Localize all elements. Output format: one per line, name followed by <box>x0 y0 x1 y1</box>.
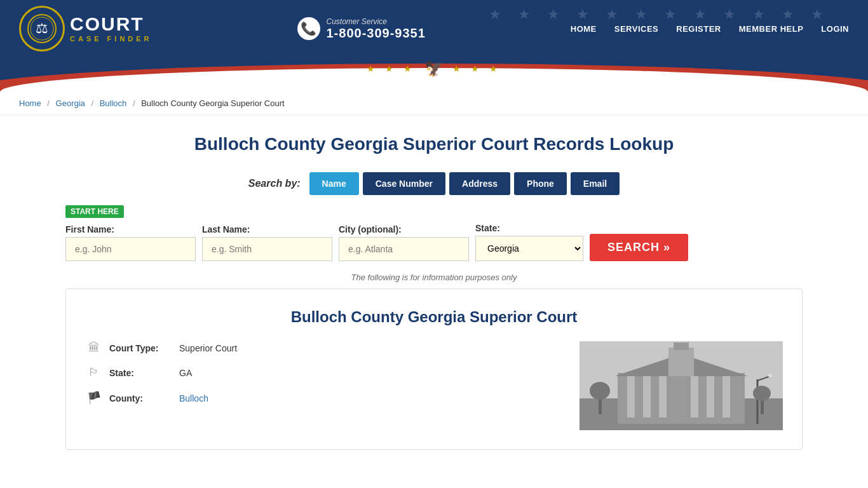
banner-wave: ★ ★ ★ 🦅 ★ ★ ★ <box>0 57 868 92</box>
breadcrumb: Home / Georgia / Bulloch / Bulloch Count… <box>0 92 868 115</box>
search-by-label: Search by: <box>248 178 301 189</box>
state-detail-label: State: <box>109 368 173 378</box>
start-here-badge: START HERE <box>65 205 124 218</box>
breadcrumb-georgia[interactable]: Georgia <box>56 98 85 108</box>
svg-rect-15 <box>674 342 689 350</box>
search-button[interactable]: SEARCH » <box>590 234 688 261</box>
court-card-title: Bulloch County Georgia Superior Court <box>85 308 783 326</box>
main-content: Bulloch County Georgia Superior Court Re… <box>53 115 815 469</box>
court-type-label: Court Type: <box>109 343 173 353</box>
court-type-value: Superior Court <box>179 343 237 353</box>
logo-emblem: ⚖ <box>19 6 65 51</box>
first-name-input[interactable] <box>65 237 196 261</box>
nav-services[interactable]: SERVICES <box>614 24 659 34</box>
breadcrumb-home[interactable]: Home <box>19 98 41 108</box>
svg-point-22 <box>753 386 771 401</box>
logo-case-finder-label: CASE FINDER <box>70 35 153 43</box>
eagle-container: ★ ★ ★ 🦅 ★ ★ ★ <box>367 60 501 78</box>
court-image <box>580 341 783 430</box>
tab-case-number[interactable]: Case Number <box>363 172 445 195</box>
svg-point-18 <box>768 374 772 377</box>
svg-rect-14 <box>668 348 694 376</box>
svg-rect-11 <box>707 376 714 417</box>
breadcrumb-current: Bulloch County Georgia Superior Court <box>141 98 284 108</box>
cs-label: Customer Service <box>327 17 426 26</box>
county-value[interactable]: Bulloch <box>179 393 208 403</box>
state-detail-value: GA <box>179 368 192 378</box>
state-label: State: <box>475 223 583 233</box>
breadcrumb-bulloch[interactable]: Bulloch <box>100 98 127 108</box>
nav-home[interactable]: HOME <box>571 24 597 34</box>
last-name-input[interactable] <box>202 237 332 261</box>
logo-text: COURT CASE FINDER <box>70 15 153 43</box>
svg-rect-12 <box>722 376 730 417</box>
county-icon: 🏴 <box>85 391 103 405</box>
logo-area: ⚖ COURT CASE FINDER <box>19 6 153 51</box>
nav-register[interactable]: REGISTER <box>676 24 721 34</box>
tab-email[interactable]: Email <box>571 172 620 195</box>
last-name-label: Last Name: <box>202 224 332 234</box>
svg-point-20 <box>590 382 610 400</box>
breadcrumb-sep-1: / <box>47 98 50 108</box>
first-name-label: First Name: <box>65 224 196 234</box>
search-form-area: START HERE First Name: Last Name: City (… <box>65 205 803 261</box>
main-nav: HOME SERVICES REGISTER MEMBER HELP LOGIN <box>571 24 849 34</box>
first-name-group: First Name: <box>65 224 196 261</box>
phone-icon: 📞 <box>297 17 320 40</box>
court-card-body: 🏛 Court Type: Superior Court 🏳 State: GA… <box>85 341 783 430</box>
customer-service: 📞 Customer Service 1-800-309-9351 <box>297 17 426 41</box>
county-label: County: <box>109 393 173 403</box>
eagle-icon: 🦅 <box>424 60 444 78</box>
page-title: Bulloch County Georgia Superior Court Re… <box>65 134 803 154</box>
court-type-icon: 🏛 <box>85 341 103 355</box>
last-name-group: Last Name: <box>202 224 332 261</box>
tab-name[interactable]: Name <box>309 172 359 195</box>
tab-address[interactable]: Address <box>449 172 510 195</box>
svg-rect-9 <box>659 376 667 417</box>
stars-right: ★ ★ ★ <box>452 64 501 74</box>
city-group: City (optional): <box>339 224 469 261</box>
courthouse-image <box>580 341 783 430</box>
nav-login[interactable]: LOGIN <box>821 24 849 34</box>
svg-rect-8 <box>643 376 651 417</box>
cs-text: Customer Service 1-800-309-9351 <box>327 17 426 41</box>
svg-rect-10 <box>691 376 698 417</box>
breadcrumb-sep-2: / <box>91 98 93 108</box>
cs-phone: 1-800-309-9351 <box>327 26 426 40</box>
svg-text:⚖: ⚖ <box>36 20 48 36</box>
state-select[interactable]: Georgia Alabama Florida Tennessee <box>475 236 583 261</box>
court-type-row: 🏛 Court Type: Superior Court <box>85 341 560 355</box>
breadcrumb-sep-3: / <box>133 98 135 108</box>
county-row: 🏴 County: Bulloch <box>85 391 560 405</box>
search-form: First Name: Last Name: City (optional): … <box>65 223 803 261</box>
site-header: ⚖ COURT CASE FINDER 📞 Customer Service 1… <box>0 0 868 57</box>
tab-phone[interactable]: Phone <box>514 172 567 195</box>
info-note: The following is for information purpose… <box>65 273 803 282</box>
state-icon: 🏳 <box>85 366 103 379</box>
court-details: 🏛 Court Type: Superior Court 🏳 State: GA… <box>85 341 560 430</box>
nav-member-help[interactable]: MEMBER HELP <box>739 24 804 34</box>
court-card: Bulloch County Georgia Superior Court 🏛 … <box>65 288 803 450</box>
stars-left: ★ ★ ★ <box>367 64 416 74</box>
state-group: State: Georgia Alabama Florida Tennessee <box>475 223 583 261</box>
city-label: City (optional): <box>339 224 469 234</box>
svg-rect-7 <box>627 376 635 417</box>
state-row: 🏳 State: GA <box>85 366 560 379</box>
city-input[interactable] <box>339 237 469 261</box>
search-by-row: Search by: Name Case Number Address Phon… <box>65 172 803 195</box>
logo-court-label: COURT <box>70 15 153 34</box>
